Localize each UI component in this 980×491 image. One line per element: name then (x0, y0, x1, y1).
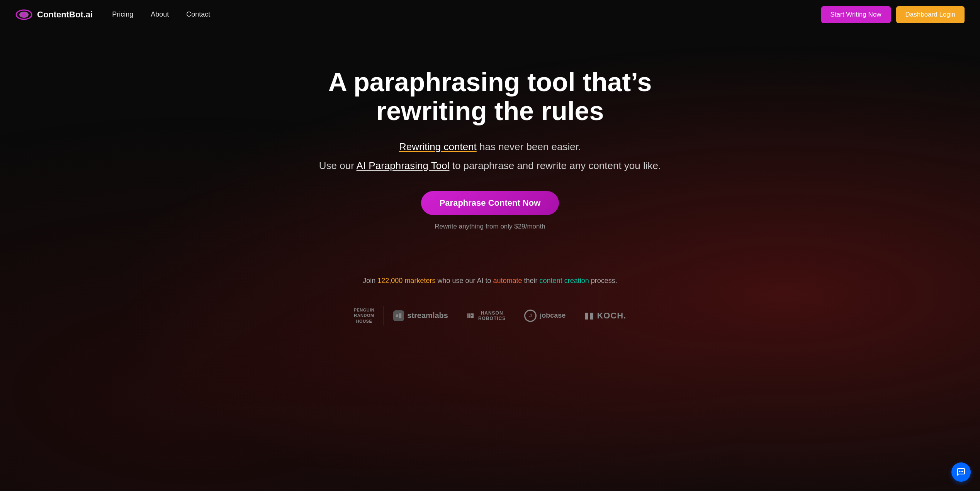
nav-right: Start Writing Now Dashboard Login (821, 6, 965, 23)
paraphrase-button[interactable]: Paraphrase Content Now (421, 191, 559, 215)
hanson-text: HANSONROBOTICS (478, 310, 506, 321)
jobcase-circle-icon: J (524, 310, 537, 322)
brand-logos: Penguin Random House streamlabs (345, 304, 636, 327)
hero-subtitle2: Use our AI Paraphrasing Tool to paraphra… (319, 160, 661, 172)
streamlabs-text: streamlabs (407, 311, 448, 320)
svg-rect-4 (399, 313, 401, 318)
svg-rect-7 (471, 313, 472, 315)
dashboard-login-button[interactable]: Dashboard Login (896, 6, 965, 23)
nav-link-contact[interactable]: Contact (186, 10, 210, 19)
svg-point-11 (961, 471, 962, 472)
brand-streamlabs: streamlabs (384, 304, 457, 327)
social-proof-text: Join 122,000 marketers who use our AI to… (363, 277, 617, 285)
brand-jobcase: J jobcase (515, 304, 575, 327)
chat-bubble-button[interactable] (951, 462, 971, 482)
svg-rect-8 (471, 316, 472, 318)
social-proof-part3: their (522, 277, 540, 284)
hero-subtitle-plain: has never been easier. (477, 141, 581, 152)
nav-links: Pricing About Contact (112, 10, 210, 19)
penguin-logo: Penguin Random House (354, 307, 375, 324)
navbar: ContentBot.ai Pricing About Contact Star… (0, 0, 980, 29)
svg-point-2 (22, 12, 26, 17)
svg-point-12 (962, 471, 963, 472)
jobcase-logo: J jobcase (524, 310, 566, 322)
start-writing-button[interactable]: Start Writing Now (821, 6, 891, 23)
social-proof-part2: who use our AI to (435, 277, 493, 284)
logo-text: ContentBot.ai (37, 10, 93, 20)
jobcase-text: jobcase (540, 312, 566, 320)
brand-penguin: Penguin Random House (345, 304, 384, 327)
svg-point-10 (959, 471, 960, 472)
hero-subtitle2-part1: Use our (319, 160, 357, 171)
social-proof-section: Join 122,000 marketers who use our AI to… (0, 254, 980, 343)
streamlabs-icon (393, 310, 404, 321)
svg-rect-3 (396, 314, 398, 317)
hero-title: A paraphrasing tool that’s rewriting the… (278, 68, 703, 125)
hero-subtitle-underline: Rewriting content (399, 141, 477, 152)
svg-rect-5 (467, 313, 469, 318)
social-proof-highlight1: 122,000 marketers (377, 277, 435, 284)
brand-hanson: HANSONROBOTICS (457, 304, 515, 327)
chat-icon (956, 467, 966, 477)
streamlabs-logo: streamlabs (393, 310, 448, 321)
hero-section: A paraphrasing tool that’s rewriting the… (0, 29, 980, 254)
logo-icon (15, 9, 32, 20)
svg-rect-9 (472, 313, 474, 318)
hero-subtitle2-link: AI Paraphrasing Tool (357, 160, 450, 171)
social-proof-highlight3: content creation (540, 277, 589, 284)
social-proof-part4: process. (589, 277, 617, 284)
nav-link-pricing[interactable]: Pricing (112, 10, 133, 19)
hanson-logo: HANSONROBOTICS (467, 310, 506, 321)
logo-link[interactable]: ContentBot.ai (15, 9, 93, 20)
social-proof-highlight2: automate (493, 277, 522, 284)
nav-link-about[interactable]: About (151, 10, 169, 19)
svg-rect-6 (469, 313, 470, 318)
koch-logo: ▮▮ KOCH. (584, 311, 626, 321)
hero-subtitle2-part2: to paraphrase and rewrite any content yo… (449, 160, 661, 171)
brand-koch: ▮▮ KOCH. (575, 304, 635, 327)
hero-subtitle: Rewriting content has never been easier. (399, 141, 581, 153)
nav-left: ContentBot.ai Pricing About Contact (15, 9, 210, 20)
social-proof-part1: Join (363, 277, 377, 284)
hero-subtext: Rewrite anything from only $29/month (435, 223, 545, 230)
